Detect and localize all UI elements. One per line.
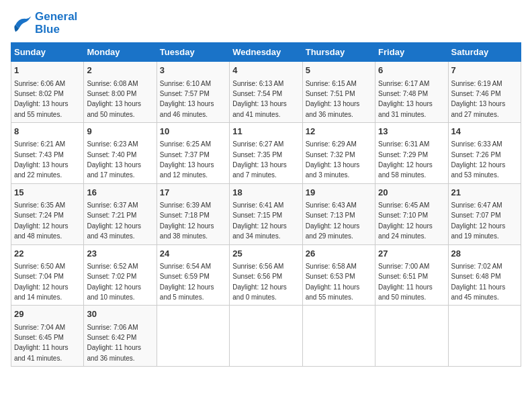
sunset: Sunset: 7:24 PM: [14, 212, 64, 219]
sunrise: Sunrise: 7:02 AM: [451, 263, 502, 270]
sunrise: Sunrise: 7:00 AM: [378, 263, 429, 270]
sunrise: Sunrise: 6:17 AM: [378, 80, 429, 87]
sunset: Sunset: 8:00 PM: [87, 90, 136, 97]
sunset: Sunset: 7:48 PM: [378, 90, 428, 97]
day-number: 9: [87, 126, 153, 138]
sunset: Sunset: 6:42 PM: [87, 334, 136, 341]
calendar-cell: 9 Sunrise: 6:23 AM Sunset: 7:40 PM Dayli…: [84, 123, 157, 184]
calendar-cell: [375, 306, 448, 367]
logo: General Blue: [11, 11, 77, 36]
day-number: 3: [160, 64, 226, 77]
sunset: Sunset: 7:04 PM: [14, 273, 64, 280]
calendar-cell: 13 Sunrise: 6:31 AM Sunset: 7:29 PM Dayl…: [375, 123, 448, 184]
daylight: Daylight: 12 hours and 5 minutes.: [160, 283, 214, 301]
sunrise: Sunrise: 6:25 AM: [160, 140, 211, 148]
daylight: Daylight: 13 hours and 22 minutes.: [14, 161, 69, 179]
daylight: Daylight: 13 hours and 36 minutes.: [306, 100, 360, 118]
daylight: Daylight: 12 hours and 19 minutes.: [451, 222, 506, 240]
calendar-cell: 15 Sunrise: 6:35 AM Sunset: 7:24 PM Dayl…: [11, 183, 84, 244]
sunset: Sunset: 6:53 PM: [306, 273, 355, 280]
daylight: Daylight: 12 hours and 24 minutes.: [378, 222, 433, 240]
calendar-cell: 2 Sunrise: 6:08 AM Sunset: 8:00 PM Dayli…: [84, 62, 157, 123]
sunrise: Sunrise: 6:33 AM: [451, 140, 502, 148]
day-number: 17: [160, 187, 226, 199]
sunrise: Sunrise: 7:06 AM: [87, 324, 138, 331]
sunset: Sunset: 6:45 PM: [14, 334, 64, 341]
daylight: Daylight: 12 hours and 0 minutes.: [232, 283, 287, 301]
sunrise: Sunrise: 6:52 AM: [87, 263, 138, 270]
calendar-cell: 21 Sunrise: 6:47 AM Sunset: 7:07 PM Dayl…: [448, 183, 521, 244]
day-number: 29: [14, 308, 81, 320]
day-number: 27: [378, 248, 445, 260]
day-number: 22: [14, 248, 81, 260]
logo-text: General Blue: [35, 11, 77, 36]
day-number: 24: [160, 248, 226, 260]
weekday-header-sunday: Sunday: [11, 43, 84, 62]
calendar-cell: 17 Sunrise: 6:39 AM Sunset: 7:18 PM Dayl…: [157, 183, 229, 244]
day-number: 16: [87, 187, 153, 199]
calendar-week-4: 22 Sunrise: 6:50 AM Sunset: 7:04 PM Dayl…: [11, 244, 521, 306]
daylight: Daylight: 12 hours and 53 minutes.: [451, 161, 506, 179]
calendar-week-5: 29 Sunrise: 7:04 AM Sunset: 6:45 PM Dayl…: [11, 306, 521, 367]
sunrise: Sunrise: 6:15 AM: [306, 80, 357, 87]
daylight: Daylight: 13 hours and 41 minutes.: [232, 100, 287, 118]
calendar-cell: 24 Sunrise: 6:54 AM Sunset: 6:59 PM Dayl…: [157, 244, 229, 306]
calendar-cell: 18 Sunrise: 6:41 AM Sunset: 7:15 PM Dayl…: [230, 183, 302, 244]
calendar-cell: 28 Sunrise: 7:02 AM Sunset: 6:48 PM Dayl…: [448, 244, 521, 306]
sunrise: Sunrise: 6:08 AM: [87, 80, 138, 87]
weekday-header-thursday: Thursday: [302, 43, 375, 62]
calendar-cell: 3 Sunrise: 6:10 AM Sunset: 7:57 PM Dayli…: [157, 62, 229, 123]
calendar-cell: 26 Sunrise: 6:58 AM Sunset: 6:53 PM Dayl…: [302, 244, 375, 306]
daylight: Daylight: 12 hours and 34 minutes.: [232, 222, 287, 240]
daylight: Daylight: 13 hours and 7 minutes.: [232, 161, 287, 179]
sunset: Sunset: 7:29 PM: [378, 151, 428, 158]
day-number: 23: [87, 248, 153, 260]
calendar-cell: 23 Sunrise: 6:52 AM Sunset: 7:02 PM Dayl…: [84, 244, 157, 306]
day-number: 26: [306, 248, 372, 260]
sunset: Sunset: 7:57 PM: [160, 90, 210, 97]
sunset: Sunset: 7:18 PM: [160, 212, 210, 219]
sunrise: Sunrise: 6:13 AM: [232, 80, 283, 87]
calendar-cell: 8 Sunrise: 6:21 AM Sunset: 7:43 PM Dayli…: [11, 123, 84, 184]
sunrise: Sunrise: 6:50 AM: [14, 263, 65, 270]
sunrise: Sunrise: 6:37 AM: [87, 201, 138, 209]
sunset: Sunset: 7:46 PM: [451, 90, 501, 97]
sunrise: Sunrise: 6:27 AM: [232, 140, 283, 148]
weekday-header-friday: Friday: [375, 43, 448, 62]
weekday-header-saturday: Saturday: [448, 43, 521, 62]
sunset: Sunset: 8:02 PM: [14, 90, 64, 97]
calendar-cell: 19 Sunrise: 6:43 AM Sunset: 7:13 PM Dayl…: [302, 183, 375, 244]
calendar-cell: 1 Sunrise: 6:06 AM Sunset: 8:02 PM Dayli…: [11, 62, 84, 123]
sunrise: Sunrise: 6:58 AM: [306, 263, 357, 270]
sunset: Sunset: 7:26 PM: [451, 151, 501, 158]
day-number: 4: [232, 64, 299, 77]
day-number: 8: [14, 126, 81, 138]
sunset: Sunset: 7:43 PM: [14, 151, 64, 158]
sunset: Sunset: 7:21 PM: [87, 212, 136, 219]
sunset: Sunset: 6:51 PM: [378, 273, 428, 280]
sunrise: Sunrise: 7:04 AM: [14, 324, 65, 331]
day-number: 15: [14, 187, 81, 199]
calendar-cell: 20 Sunrise: 6:45 AM Sunset: 7:10 PM Dayl…: [375, 183, 448, 244]
daylight: Daylight: 12 hours and 29 minutes.: [306, 222, 360, 240]
sunset: Sunset: 7:35 PM: [232, 151, 282, 158]
daylight: Daylight: 12 hours and 58 minutes.: [378, 161, 433, 179]
calendar-cell: 14 Sunrise: 6:33 AM Sunset: 7:26 PM Dayl…: [448, 123, 521, 184]
calendar-cell: 4 Sunrise: 6:13 AM Sunset: 7:54 PM Dayli…: [230, 62, 302, 123]
calendar-week-3: 15 Sunrise: 6:35 AM Sunset: 7:24 PM Dayl…: [11, 183, 521, 244]
calendar-header: SundayMondayTuesdayWednesdayThursdayFrid…: [11, 43, 521, 62]
calendar-cell: 7 Sunrise: 6:19 AM Sunset: 7:46 PM Dayli…: [448, 62, 521, 123]
calendar-cell: [302, 306, 375, 367]
sunset: Sunset: 7:54 PM: [232, 90, 282, 97]
sunrise: Sunrise: 6:31 AM: [378, 140, 429, 148]
day-number: 14: [451, 126, 518, 138]
day-number: 10: [160, 126, 226, 138]
calendar-table: SundayMondayTuesdayWednesdayThursdayFrid…: [11, 42, 521, 367]
sunset: Sunset: 6:48 PM: [451, 273, 501, 280]
day-number: 28: [451, 248, 518, 260]
calendar-cell: 6 Sunrise: 6:17 AM Sunset: 7:48 PM Dayli…: [375, 62, 448, 123]
sunset: Sunset: 7:32 PM: [306, 151, 355, 158]
daylight: Daylight: 13 hours and 17 minutes.: [87, 161, 141, 179]
calendar-cell: 11 Sunrise: 6:27 AM Sunset: 7:35 PM Dayl…: [230, 123, 302, 184]
daylight: Daylight: 12 hours and 48 minutes.: [14, 222, 69, 240]
